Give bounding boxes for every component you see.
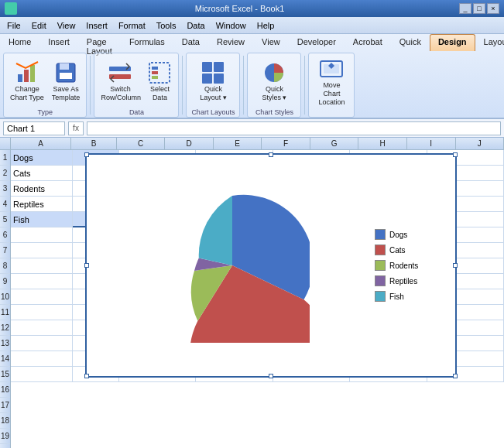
formula-bar: fx (0, 119, 504, 138)
tab-data[interactable]: Data (173, 34, 208, 51)
legend-color-fish (375, 291, 386, 302)
cell-a15[interactable] (11, 367, 73, 382)
save-as-template-button[interactable]: Save AsTemplate (49, 59, 84, 104)
cell-a13[interactable] (11, 336, 73, 351)
chart-inner: Dogs Cats Rodents (87, 155, 455, 376)
change-chart-type-label: ChangeChart Type (10, 85, 44, 102)
legend-item-reptiles: Reptiles (375, 275, 446, 286)
menu-help[interactable]: Help (252, 19, 280, 32)
chart-handle-br[interactable] (453, 374, 458, 378)
menu-file[interactable]: File (2, 19, 26, 32)
tab-formulas[interactable]: Formulas (121, 34, 173, 51)
quick-styles-icon (262, 60, 286, 85)
ribbon-content: ChangeChart Type Save AsTemplate Type (0, 51, 504, 119)
chart-handle-tr[interactable] (453, 152, 458, 157)
legend-color-dogs (375, 229, 386, 240)
tab-review[interactable]: Review (208, 34, 253, 51)
quick-layout-button[interactable]: QuickLayout ▾ (197, 59, 230, 104)
move-chart-icon (319, 56, 344, 81)
row-num-6: 6 (0, 227, 10, 243)
tab-design[interactable]: Design (430, 34, 475, 51)
type-buttons: ChangeChart Type Save AsTemplate (7, 55, 83, 117)
cell-a8[interactable] (11, 258, 73, 274)
row-num-13: 13 (0, 336, 10, 351)
row-num-14: 14 (0, 351, 10, 367)
legend-color-rodents (375, 260, 386, 271)
cell-a4[interactable]: Reptiles (11, 197, 73, 212)
chart-handle-bm[interactable] (269, 374, 273, 378)
menu-insert[interactable]: Insert (81, 19, 113, 32)
legend-label-fish: Fish (389, 292, 404, 301)
spreadsheet: A B C D E F G H I J 1 2 3 4 5 6 7 8 9 10… (0, 138, 504, 448)
tab-layout[interactable]: Layout (475, 34, 504, 51)
formula-input[interactable] (87, 121, 501, 135)
tab-insert[interactable]: Insert (39, 34, 78, 51)
legend-item-dogs: Dogs (375, 229, 446, 240)
select-data-button[interactable]: SelectData (144, 59, 175, 104)
chart-handle-tl[interactable] (84, 152, 89, 157)
chart-handle-tm[interactable] (269, 152, 273, 157)
pie-segment-fish[interactable] (199, 196, 232, 265)
row-num-19: 19 (0, 429, 10, 444)
maximize-button[interactable]: □ (473, 3, 485, 14)
tab-view[interactable]: View (253, 34, 289, 51)
switch-row-column-button[interactable]: SwitchRow/Column (98, 59, 142, 104)
tab-home[interactable]: Home (0, 34, 39, 51)
menu-data[interactable]: Data (181, 19, 210, 32)
divider-3 (243, 56, 244, 115)
tab-quick[interactable]: Quick (391, 34, 430, 51)
divider-1 (90, 56, 91, 115)
change-chart-type-button[interactable]: ChangeChart Type (7, 59, 47, 104)
cell-a3[interactable]: Rodents (11, 181, 73, 197)
legend-item-cats: Cats (375, 245, 446, 255)
cell-a1[interactable]: Dogs (11, 150, 73, 166)
minimize-button[interactable]: _ (459, 3, 471, 14)
chart-handle-bl[interactable] (84, 374, 89, 378)
cell-a9[interactable] (11, 274, 73, 289)
menu-tools[interactable]: Tools (151, 19, 182, 32)
title-bar-controls[interactable]: _ □ × (459, 3, 499, 14)
chart-styles-group-label: Chart Styles (248, 108, 300, 116)
cell-a10[interactable] (11, 289, 73, 305)
move-chart-buttons: MoveChartLocation (312, 55, 351, 117)
type-group-label: Type (4, 108, 86, 116)
tab-developer[interactable]: Developer (289, 34, 345, 51)
chart-handle-mr[interactable] (453, 263, 458, 268)
chart-container[interactable]: Dogs Cats Rodents (85, 153, 457, 378)
svg-rect-0 (18, 74, 22, 82)
switch-row-column-label: SwitchRow/Column (101, 85, 139, 102)
col-header-e: E (214, 138, 262, 149)
row-num-17: 17 (0, 398, 10, 413)
col-header-g: G (310, 138, 359, 149)
cell-a5[interactable]: Fish (11, 212, 73, 227)
cell-a11[interactable] (11, 305, 73, 320)
switch-row-col-icon (108, 60, 132, 85)
cell-a2[interactable]: Cats (11, 166, 73, 181)
svg-rect-10 (152, 71, 158, 74)
row-num-4: 4 (0, 197, 10, 212)
col-header-f: F (262, 138, 310, 149)
legend-label-rodents: Rodents (389, 262, 418, 270)
cell-a14[interactable] (11, 351, 73, 367)
ribbon-group-chart-layouts: QuickLayout ▾ Chart Layouts (186, 53, 240, 118)
chart-handle-ml[interactable] (84, 263, 89, 268)
data-group-label: Data (94, 108, 178, 116)
close-button[interactable]: × (487, 3, 499, 14)
menu-view[interactable]: View (52, 19, 81, 32)
formula-function-icon[interactable]: fx (68, 121, 84, 135)
svg-rect-12 (202, 62, 212, 72)
tab-acrobat[interactable]: Acrobat (345, 34, 391, 51)
name-box[interactable] (3, 121, 65, 135)
move-chart-location-button[interactable]: MoveChartLocation (315, 55, 348, 108)
title-bar-text: Microsoft Excel - Book1 (20, 4, 459, 13)
cell-a6[interactable] (11, 227, 73, 243)
menu-window[interactable]: Window (211, 19, 252, 32)
svg-rect-15 (214, 74, 224, 84)
quick-styles-button[interactable]: QuickStyles ▾ (259, 59, 290, 104)
menu-format[interactable]: Format (113, 19, 151, 32)
cell-a12[interactable] (11, 320, 73, 336)
menu-edit[interactable]: Edit (26, 19, 52, 32)
column-headers: A B C D E F G H I J (0, 138, 504, 150)
cell-a7[interactable] (11, 243, 73, 258)
tab-page-layout[interactable]: Page Layout (78, 34, 121, 51)
